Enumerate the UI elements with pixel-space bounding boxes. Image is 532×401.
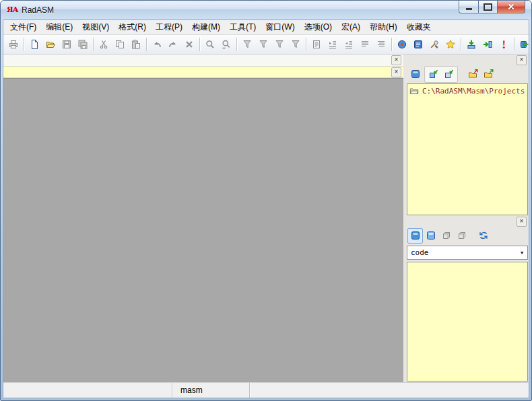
build-errors-button[interactable] — [496, 36, 512, 52]
project-toolbar — [406, 65, 529, 83]
menu-item-options[interactable]: 选项(O) — [300, 20, 337, 35]
properties-panel: × code ▼ — [406, 216, 529, 382]
dock-strip-top: × — [3, 54, 403, 67]
radasm-window: ЯA RadASM 文件(F)编辑(E)视图(V)格式(R)工程(P)构建(M)… — [0, 0, 532, 401]
addins-icon — [445, 39, 456, 50]
toggle-bookmark-icon — [242, 39, 253, 50]
menu-item-tools[interactable]: 工具(T) — [225, 20, 261, 35]
dock-strip-top-close-icon[interactable]: × — [391, 55, 401, 65]
project-browser-button[interactable] — [394, 36, 410, 52]
main-toolbar-separator — [24, 38, 24, 51]
title-bar[interactable]: ЯA RadASM — [1, 1, 531, 20]
maximize-button[interactable] — [479, 1, 498, 13]
project-options-icon — [429, 39, 440, 50]
status-bar: masm — [3, 382, 529, 398]
print-icon — [8, 39, 19, 50]
run-icon — [519, 39, 530, 50]
link-button[interactable] — [479, 36, 496, 52]
maximize-icon — [484, 3, 492, 11]
redo-icon — [168, 39, 178, 50]
resource-cube-2-icon — [457, 230, 467, 241]
menu-item-format[interactable]: 格式(R) — [114, 20, 151, 35]
status-section-3 — [250, 383, 529, 398]
menu-item-macro[interactable]: 宏(A) — [337, 20, 365, 35]
redo-button — [165, 36, 181, 52]
new-file-button[interactable] — [26, 36, 42, 52]
paste-button — [128, 36, 144, 52]
indent-icon — [327, 39, 338, 50]
outdent-icon — [343, 39, 354, 50]
menu-item-favorites[interactable]: 收藏夹 — [402, 20, 436, 35]
folder-icon — [409, 86, 420, 96]
menu-item-help[interactable]: 帮助(H) — [365, 20, 402, 35]
undo-icon — [152, 39, 162, 50]
main-toolbar-separator — [93, 38, 94, 51]
build-errors-icon — [498, 39, 509, 50]
print-button — [5, 36, 22, 52]
open-folder-red-button[interactable] — [465, 67, 481, 82]
menu-item-make[interactable]: 构建(M) — [187, 20, 225, 35]
project-panel-close-icon[interactable]: × — [517, 55, 527, 65]
project-tree-root-item[interactable]: C:\RadASM\Masm\Projects — [409, 86, 526, 96]
open-folder-green-button[interactable] — [481, 67, 496, 82]
undo-button — [149, 36, 165, 52]
open-folder-green-icon — [484, 69, 494, 79]
run-button[interactable] — [517, 36, 532, 52]
save-all-button — [75, 36, 91, 52]
project-browser-icon — [397, 39, 407, 50]
main-toolbar-separator — [306, 38, 306, 51]
project-tree[interactable]: C:\RadASM\Masm\Projects — [407, 83, 528, 215]
cut-icon — [98, 39, 109, 50]
properties-panel-close-icon[interactable]: × — [517, 217, 527, 227]
mdi-client-area[interactable] — [3, 78, 403, 382]
project-options-button[interactable] — [426, 36, 442, 52]
code-editor-button[interactable] — [423, 228, 438, 244]
minimize-button[interactable] — [459, 1, 479, 13]
new-file-icon — [29, 39, 40, 50]
close-button[interactable] — [498, 1, 525, 13]
menu-item-view[interactable]: 视图(V) — [77, 20, 114, 35]
assemble-icon — [466, 39, 477, 50]
client-area: 文件(F)编辑(E)视图(V)格式(R)工程(P)构建(M)工具(T)窗口(W)… — [3, 20, 529, 398]
minimize-icon — [466, 8, 472, 10]
templates-button[interactable] — [410, 36, 426, 52]
project-root-path[interactable]: C:\RadASM\Masm\Projects — [422, 87, 525, 96]
find-next-icon — [221, 39, 232, 50]
save-icon — [61, 39, 72, 50]
menu-item-file[interactable]: 文件(F) — [5, 20, 41, 35]
add-module-button[interactable] — [426, 67, 441, 82]
copy-icon — [114, 39, 125, 50]
section-combobox[interactable]: code ▼ — [407, 246, 528, 260]
project-panel-header: × — [406, 54, 529, 65]
menu-item-window[interactable]: 窗口(W) — [261, 20, 299, 35]
clear-bookmarks-button — [288, 36, 304, 52]
properties-list[interactable] — [407, 262, 528, 381]
resource-cube-2-button — [454, 228, 469, 244]
add-project-button[interactable] — [441, 67, 457, 82]
project-view-button[interactable] — [407, 67, 423, 82]
resource-cube-1-icon — [441, 230, 452, 241]
resource-cube-1-button — [438, 228, 454, 244]
main-toolbar-separator — [236, 38, 237, 51]
close-icon — [507, 3, 515, 11]
chevron-down-icon[interactable]: ▼ — [517, 246, 527, 259]
menu-item-edit[interactable]: 编辑(E) — [41, 20, 77, 35]
refresh-button[interactable] — [475, 228, 491, 244]
align-fields-icon — [376, 39, 387, 50]
open-file-button[interactable] — [42, 36, 59, 52]
copy-section-icon — [311, 39, 322, 50]
dock-strip-output-close-icon[interactable]: × — [391, 67, 401, 77]
menu-item-project[interactable]: 工程(P) — [151, 20, 187, 35]
delete-button — [181, 36, 197, 52]
refresh-icon — [478, 230, 489, 241]
assemble-button[interactable] — [463, 36, 479, 52]
save-all-icon — [77, 39, 88, 50]
dialog-editor-icon — [410, 230, 421, 241]
copy-button — [112, 36, 128, 52]
addins-button[interactable] — [442, 36, 459, 52]
properties-toolbar — [406, 227, 529, 244]
outdent-button — [341, 36, 357, 52]
dialog-editor-button[interactable] — [407, 228, 423, 244]
radasm-logo-icon[interactable]: ЯA — [7, 5, 18, 15]
find-next-button — [218, 36, 234, 52]
